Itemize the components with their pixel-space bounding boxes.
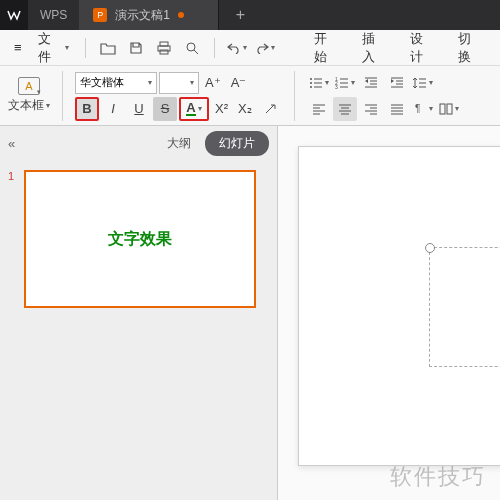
slides-tab[interactable]: 幻灯片 (205, 131, 269, 156)
bold-button[interactable]: B (75, 97, 99, 121)
bullets-icon[interactable]: ▾ (307, 71, 331, 95)
canvas-area (278, 126, 500, 500)
text-direction-icon[interactable]: ¶▾ (411, 97, 435, 121)
open-icon[interactable] (96, 35, 120, 61)
font-select[interactable]: 华文楷体▾ (75, 72, 157, 94)
underline-button[interactable]: U (127, 97, 151, 121)
decrease-font-button[interactable]: A⁻ (227, 71, 251, 95)
menubar: ≡ 文件▾ ▾ ▾ 开始 插入 设计 切换 (0, 30, 500, 66)
svg-point-9 (310, 86, 312, 88)
svg-text:3: 3 (335, 84, 338, 90)
font-size-select[interactable]: ▾ (159, 72, 199, 94)
watermark: 软件技巧 (390, 462, 486, 492)
slide-number: 1 (8, 170, 18, 308)
modified-dot-icon (178, 12, 184, 18)
numbering-icon[interactable]: 123▾ (333, 71, 357, 95)
menu-switch[interactable]: 切换 (448, 24, 492, 72)
save-icon[interactable] (124, 35, 148, 61)
redo-icon[interactable]: ▾ (253, 35, 277, 61)
resize-handle-icon[interactable] (425, 243, 435, 253)
align-justify-icon[interactable] (385, 97, 409, 121)
textbox-label[interactable]: 文本框▾ (8, 97, 50, 114)
subscript-button[interactable]: X₂ (234, 97, 256, 121)
superscript-button[interactable]: X² (211, 97, 232, 121)
svg-point-5 (310, 78, 312, 80)
increase-font-button[interactable]: A⁺ (201, 71, 225, 95)
slide-thumbnail-row[interactable]: 1 文字效果 (8, 170, 269, 308)
new-tab-button[interactable]: + (218, 0, 262, 30)
menu-insert[interactable]: 插入 (352, 24, 396, 72)
hamburger-button[interactable]: ≡ (8, 36, 28, 59)
print-icon[interactable] (152, 35, 176, 61)
svg-text:¶: ¶ (415, 103, 420, 114)
slide-panel: « 大纲 幻灯片 1 文字效果 (0, 126, 278, 500)
ribbon: A▾ 文本框▾ 华文楷体▾ ▾ A⁺ A⁻ B I U S A▾ X² X₂ ▾… (0, 66, 500, 126)
app-logo (0, 0, 28, 30)
document-tab[interactable]: P 演示文稿1 (79, 0, 218, 30)
strike-button[interactable]: S (153, 97, 177, 121)
slide-canvas[interactable] (298, 146, 500, 466)
text-placeholder[interactable] (429, 247, 500, 367)
menu-design[interactable]: 设计 (400, 24, 444, 72)
align-right-icon[interactable] (359, 97, 383, 121)
outline-tab[interactable]: 大纲 (153, 131, 205, 156)
clear-format-icon[interactable] (258, 97, 282, 121)
svg-rect-45 (440, 104, 445, 114)
collapse-button[interactable]: « (8, 136, 15, 151)
workspace: « 大纲 幻灯片 1 文字效果 (0, 126, 500, 500)
presentation-icon: P (93, 8, 107, 22)
preview-icon[interactable] (180, 35, 204, 61)
tab-title: 演示文稿1 (115, 7, 170, 24)
thumb-text: 文字效果 (108, 229, 172, 250)
font-color-button[interactable]: A▾ (179, 97, 209, 121)
menu-start[interactable]: 开始 (304, 24, 348, 72)
slide-thumbnail[interactable]: 文字效果 (24, 170, 256, 308)
file-menu[interactable]: 文件▾ (32, 26, 75, 70)
indent-decrease-icon[interactable] (359, 71, 383, 95)
undo-icon[interactable]: ▾ (225, 35, 249, 61)
align-left-icon[interactable] (307, 97, 331, 121)
columns-icon[interactable]: ▾ (437, 97, 461, 121)
svg-point-3 (187, 43, 195, 51)
align-center-icon[interactable] (333, 97, 357, 121)
textbox-style-icon[interactable]: A▾ (18, 77, 40, 95)
svg-rect-0 (160, 42, 168, 46)
svg-point-7 (310, 82, 312, 84)
indent-increase-icon[interactable] (385, 71, 409, 95)
italic-button[interactable]: I (101, 97, 125, 121)
svg-line-4 (194, 50, 198, 54)
line-spacing-icon[interactable]: ▾ (411, 71, 435, 95)
svg-rect-46 (447, 104, 452, 114)
